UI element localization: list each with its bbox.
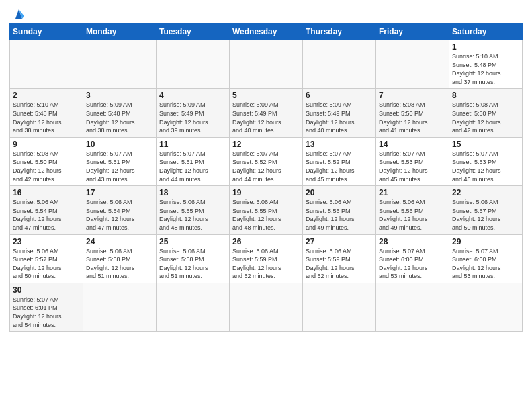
calendar-cell: [230, 40, 303, 89]
day-info: Sunrise: 5:09 AM Sunset: 5:49 PM Dayligh…: [159, 101, 226, 134]
calendar-cell: 21Sunrise: 5:06 AM Sunset: 5:56 PM Dayli…: [376, 186, 449, 234]
logo-icon: [11, 7, 26, 19]
day-info: Sunrise: 5:10 AM Sunset: 5:48 PM Dayligh…: [13, 101, 80, 134]
weekday-header-row: SundayMondayTuesdayWednesdayThursdayFrid…: [10, 24, 523, 40]
day-info: Sunrise: 5:09 AM Sunset: 5:49 PM Dayligh…: [306, 101, 373, 134]
day-info: Sunrise: 5:06 AM Sunset: 5:59 PM Dayligh…: [232, 247, 300, 281]
day-info: Sunrise: 5:09 AM Sunset: 5:48 PM Dayligh…: [86, 101, 153, 134]
calendar-cell: 4Sunrise: 5:09 AM Sunset: 5:49 PM Daylig…: [157, 89, 230, 137]
day-info: Sunrise: 5:06 AM Sunset: 5:56 PM Dayligh…: [306, 198, 373, 232]
calendar-cell: 2Sunrise: 5:10 AM Sunset: 5:48 PM Daylig…: [10, 89, 83, 137]
weekday-header-cell: Sunday: [10, 24, 83, 40]
calendar-cell: 22Sunrise: 5:06 AM Sunset: 5:57 PM Dayli…: [449, 186, 523, 234]
day-number: 24: [86, 237, 153, 246]
day-number: 8: [452, 91, 519, 100]
calendar-cell: 17Sunrise: 5:06 AM Sunset: 5:54 PM Dayli…: [83, 186, 157, 234]
calendar-cell: 6Sunrise: 5:09 AM Sunset: 5:49 PM Daylig…: [303, 89, 376, 137]
day-number: 16: [13, 188, 80, 197]
weekday-header-cell: Wednesday: [230, 24, 303, 40]
day-info: Sunrise: 5:06 AM Sunset: 5:56 PM Dayligh…: [379, 198, 446, 232]
calendar-cell: 30Sunrise: 5:07 AM Sunset: 6:01 PM Dayli…: [10, 283, 83, 331]
day-number: 28: [379, 237, 446, 246]
calendar-cell: 27Sunrise: 5:06 AM Sunset: 5:59 PM Dayli…: [303, 234, 376, 283]
calendar-week-row: 16Sunrise: 5:06 AM Sunset: 5:54 PM Dayli…: [10, 186, 523, 234]
calendar-cell: 14Sunrise: 5:07 AM Sunset: 5:53 PM Dayli…: [376, 137, 449, 185]
day-info: Sunrise: 5:08 AM Sunset: 5:50 PM Dayligh…: [452, 101, 519, 134]
calendar-cell: 9Sunrise: 5:08 AM Sunset: 5:50 PM Daylig…: [10, 137, 83, 185]
calendar-body: 1Sunrise: 5:10 AM Sunset: 5:48 PM Daylig…: [10, 40, 523, 332]
day-info: Sunrise: 5:07 AM Sunset: 6:00 PM Dayligh…: [452, 247, 519, 281]
day-info: Sunrise: 5:06 AM Sunset: 5:58 PM Dayligh…: [159, 247, 226, 281]
calendar-cell: 1Sunrise: 5:10 AM Sunset: 5:48 PM Daylig…: [449, 40, 523, 89]
day-info: Sunrise: 5:08 AM Sunset: 5:50 PM Dayligh…: [13, 150, 80, 183]
calendar-cell: [83, 283, 157, 331]
weekday-header-cell: Friday: [376, 24, 449, 40]
day-info: Sunrise: 5:06 AM Sunset: 5:54 PM Dayligh…: [86, 198, 153, 232]
day-info: Sunrise: 5:07 AM Sunset: 5:52 PM Dayligh…: [232, 150, 300, 183]
day-number: 5: [232, 91, 300, 100]
day-number: 12: [232, 140, 300, 149]
calendar-cell: 12Sunrise: 5:07 AM Sunset: 5:52 PM Dayli…: [230, 137, 303, 185]
calendar-cell: [230, 283, 303, 331]
logo: [9, 7, 26, 19]
day-info: Sunrise: 5:09 AM Sunset: 5:49 PM Dayligh…: [232, 101, 300, 134]
calendar-cell: [449, 283, 523, 331]
day-info: Sunrise: 5:06 AM Sunset: 5:55 PM Dayligh…: [232, 198, 300, 232]
day-info: Sunrise: 5:07 AM Sunset: 6:01 PM Dayligh…: [13, 295, 80, 329]
calendar-cell: 18Sunrise: 5:06 AM Sunset: 5:55 PM Dayli…: [157, 186, 230, 234]
day-number: 27: [306, 237, 373, 246]
calendar-cell: [157, 283, 230, 331]
calendar-cell: [157, 40, 230, 89]
day-number: 4: [159, 91, 226, 100]
day-info: Sunrise: 5:10 AM Sunset: 5:48 PM Dayligh…: [452, 52, 519, 86]
day-number: 14: [379, 140, 446, 149]
day-info: Sunrise: 5:07 AM Sunset: 5:51 PM Dayligh…: [159, 150, 226, 183]
calendar-cell: 8Sunrise: 5:08 AM Sunset: 5:50 PM Daylig…: [449, 89, 523, 137]
day-info: Sunrise: 5:06 AM Sunset: 5:57 PM Dayligh…: [452, 198, 519, 232]
day-info: Sunrise: 5:08 AM Sunset: 5:50 PM Dayligh…: [379, 101, 446, 134]
calendar-cell: 16Sunrise: 5:06 AM Sunset: 5:54 PM Dayli…: [10, 186, 83, 234]
day-number: 21: [379, 188, 446, 197]
day-number: 15: [452, 140, 519, 149]
day-number: 20: [306, 188, 373, 197]
day-number: 25: [159, 237, 226, 246]
calendar-cell: 28Sunrise: 5:07 AM Sunset: 6:00 PM Dayli…: [376, 234, 449, 283]
calendar-cell: 25Sunrise: 5:06 AM Sunset: 5:58 PM Dayli…: [157, 234, 230, 283]
calendar-cell: [303, 40, 376, 89]
calendar-cell: [376, 283, 449, 331]
day-info: Sunrise: 5:07 AM Sunset: 5:52 PM Dayligh…: [306, 150, 373, 183]
calendar-cell: [10, 40, 83, 89]
day-info: Sunrise: 5:07 AM Sunset: 5:53 PM Dayligh…: [452, 150, 519, 183]
day-number: 3: [86, 91, 153, 100]
calendar-week-row: 30Sunrise: 5:07 AM Sunset: 6:01 PM Dayli…: [10, 283, 523, 331]
calendar-header: [9, 7, 523, 19]
calendar-cell: 23Sunrise: 5:06 AM Sunset: 5:57 PM Dayli…: [10, 234, 83, 283]
weekday-header-cell: Monday: [83, 24, 157, 40]
calendar-cell: 20Sunrise: 5:06 AM Sunset: 5:56 PM Dayli…: [303, 186, 376, 234]
day-number: 30: [13, 285, 80, 295]
day-info: Sunrise: 5:06 AM Sunset: 5:55 PM Dayligh…: [159, 198, 226, 232]
calendar-cell: 26Sunrise: 5:06 AM Sunset: 5:59 PM Dayli…: [230, 234, 303, 283]
calendar-week-row: 23Sunrise: 5:06 AM Sunset: 5:57 PM Dayli…: [10, 234, 523, 283]
day-number: 29: [452, 237, 519, 246]
calendar-cell: 15Sunrise: 5:07 AM Sunset: 5:53 PM Dayli…: [449, 137, 523, 185]
calendar-page: SundayMondayTuesdayWednesdayThursdayFrid…: [0, 0, 532, 411]
day-number: 19: [232, 188, 300, 197]
calendar-cell: 7Sunrise: 5:08 AM Sunset: 5:50 PM Daylig…: [376, 89, 449, 137]
calendar-cell: 11Sunrise: 5:07 AM Sunset: 5:51 PM Dayli…: [157, 137, 230, 185]
day-info: Sunrise: 5:06 AM Sunset: 5:59 PM Dayligh…: [306, 247, 373, 281]
calendar-cell: 19Sunrise: 5:06 AM Sunset: 5:55 PM Dayli…: [230, 186, 303, 234]
day-number: 6: [306, 91, 373, 100]
day-info: Sunrise: 5:07 AM Sunset: 5:51 PM Dayligh…: [86, 150, 153, 183]
weekday-header-cell: Tuesday: [157, 24, 230, 40]
day-info: Sunrise: 5:07 AM Sunset: 6:00 PM Dayligh…: [379, 247, 446, 281]
calendar-cell: 10Sunrise: 5:07 AM Sunset: 5:51 PM Dayli…: [83, 137, 157, 185]
calendar-table: SundayMondayTuesdayWednesdayThursdayFrid…: [9, 23, 523, 332]
calendar-cell: 3Sunrise: 5:09 AM Sunset: 5:48 PM Daylig…: [83, 89, 157, 137]
day-info: Sunrise: 5:07 AM Sunset: 5:53 PM Dayligh…: [379, 150, 446, 183]
calendar-cell: 5Sunrise: 5:09 AM Sunset: 5:49 PM Daylig…: [230, 89, 303, 137]
day-number: 26: [232, 237, 300, 246]
day-number: 13: [306, 140, 373, 149]
calendar-week-row: 9Sunrise: 5:08 AM Sunset: 5:50 PM Daylig…: [10, 137, 523, 185]
calendar-week-row: 1Sunrise: 5:10 AM Sunset: 5:48 PM Daylig…: [10, 40, 523, 89]
